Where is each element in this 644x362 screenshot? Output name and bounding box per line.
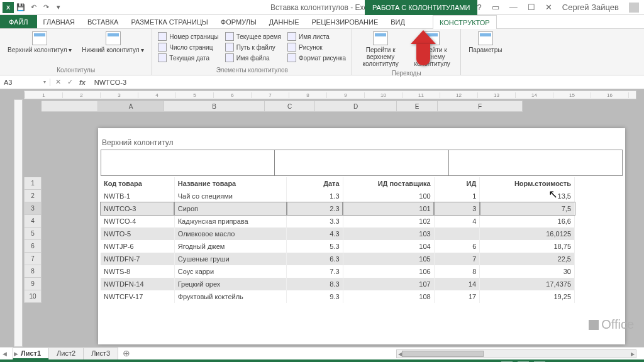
current-date-button[interactable]: Текущая дата bbox=[156, 53, 220, 63]
close-icon[interactable]: ✕ bbox=[543, 3, 555, 12]
format-picture-button[interactable]: Формат рисунка bbox=[286, 53, 348, 63]
worksheet-area: 1234567891011121314151617181920 ABCDEF 1… bbox=[0, 89, 644, 347]
tab-insert[interactable]: ВСТАВКА bbox=[81, 15, 125, 28]
column-header-C[interactable]: C bbox=[265, 101, 315, 112]
file-icon bbox=[225, 53, 234, 62]
statusbar: ГОТОВО СТРАНИЦА: 1 ИЗ 7 − + 140% bbox=[0, 359, 644, 362]
column-header-F[interactable]: F bbox=[438, 101, 523, 112]
footer-dropdown-button[interactable]: Нижний колонтитул ▾ bbox=[78, 30, 148, 55]
current-time-button[interactable]: Текущее время bbox=[223, 31, 283, 41]
page-layout-view: Верхний колонтитул Код товараНазвание то… bbox=[98, 128, 625, 344]
formula-controls: ✕ ✓ fx bbox=[50, 78, 91, 86]
ribbon-tabs: ФАЙЛ ГЛАВНАЯ ВСТАВКА РАЗМЕТКА СТРАНИЦЫ Ф… bbox=[0, 15, 644, 29]
qat-customize-icon[interactable]: ▾ bbox=[53, 2, 64, 13]
row-header[interactable]: 9 bbox=[24, 278, 42, 290]
tab-formulas[interactable]: ФОРМУЛЫ bbox=[214, 15, 263, 28]
row-headers: 12345678910 bbox=[24, 177, 42, 303]
name-box[interactable]: A3▾ bbox=[0, 79, 50, 86]
row-header[interactable]: 4 bbox=[24, 215, 42, 228]
table-row[interactable]: NWTB-1Чай со специями1.3100113,5 bbox=[101, 190, 575, 202]
column-header-D[interactable]: D bbox=[315, 101, 397, 112]
row-header[interactable]: 6 bbox=[24, 240, 42, 253]
tab-design[interactable]: КОНСТРУКТОР bbox=[433, 15, 497, 29]
header-right-box[interactable] bbox=[449, 150, 623, 176]
row-header[interactable]: 7 bbox=[24, 253, 42, 265]
path-icon bbox=[225, 43, 234, 52]
file-path-button[interactable]: Путь к файлу bbox=[223, 42, 283, 52]
cancel-icon[interactable]: ✕ bbox=[55, 78, 61, 86]
column-headers: ABCDEF bbox=[42, 101, 523, 112]
minimize-icon[interactable]: — bbox=[507, 3, 520, 12]
picture-icon bbox=[287, 43, 296, 52]
header-center-box[interactable] bbox=[275, 150, 448, 176]
time-icon bbox=[225, 32, 234, 41]
table-row[interactable]: NWTDFN-7Сушеные груши6.3105722,5 bbox=[101, 253, 575, 265]
horizontal-scrollbar[interactable]: ◀ ▶ bbox=[396, 349, 636, 358]
table-row[interactable]: NWTO-5Оливковое масло4.310316,0125 bbox=[101, 228, 575, 240]
sheet-tab[interactable]: Лист2 bbox=[48, 348, 84, 359]
goto-header-button[interactable]: Перейти к верхнему колонтитулу bbox=[356, 30, 405, 69]
tab-data[interactable]: ДАННЫЕ bbox=[263, 15, 306, 28]
table-row[interactable]: NWTCFV-17Фруктовый коктейль9.31081719,25 bbox=[101, 290, 575, 303]
ribbon-group-header-elements: Номер страницы Число страниц Текущая дат… bbox=[152, 29, 352, 75]
table-row[interactable]: NWTJP-6Ягодный джем5.3104618,75 bbox=[101, 240, 575, 253]
save-icon[interactable]: 💾 bbox=[15, 2, 26, 13]
row-header[interactable]: 1 bbox=[24, 177, 42, 190]
row-header[interactable]: 2 bbox=[24, 190, 42, 202]
formula-input[interactable]: NWTCO-3 bbox=[91, 79, 644, 86]
tab-home[interactable]: ГЛАВНАЯ bbox=[37, 15, 81, 28]
sheet-name-button[interactable]: Имя листа bbox=[286, 31, 348, 41]
fx-icon[interactable]: fx bbox=[79, 79, 86, 86]
sheet-nav-arrows[interactable]: ◀ ▶ bbox=[3, 351, 21, 357]
maximize-icon[interactable]: ☐ bbox=[525, 3, 538, 12]
table-row[interactable]: NWTDFN-14Грецкий орех8.31071417,4375 bbox=[101, 278, 575, 290]
column-header-B[interactable]: B bbox=[164, 101, 265, 112]
header-section-label: Верхний колонтитул bbox=[102, 138, 173, 147]
column-header-E[interactable]: E bbox=[397, 101, 438, 112]
office-watermark: Office bbox=[589, 317, 634, 332]
redo-icon[interactable]: ↷ bbox=[40, 2, 52, 13]
vertical-ruler bbox=[14, 99, 23, 347]
user-avatar[interactable] bbox=[629, 3, 639, 13]
format-picture-icon bbox=[287, 53, 296, 62]
undo-icon[interactable]: ↶ bbox=[28, 2, 39, 13]
tab-review[interactable]: РЕЦЕНЗИРОВАНИЕ bbox=[305, 15, 384, 28]
table-row[interactable]: NWTCO-3Сироп2.310137,5 bbox=[101, 202, 575, 215]
sheet-icon bbox=[287, 32, 296, 41]
ribbon-display-icon[interactable]: ▭ bbox=[489, 3, 502, 12]
add-sheet-button[interactable]: ⊕ bbox=[118, 349, 135, 358]
header-left-box[interactable] bbox=[101, 150, 275, 176]
date-icon bbox=[158, 53, 167, 62]
column-header-A[interactable]: A bbox=[98, 101, 164, 112]
window-controls: ? ▭ — ☐ ✕ Сергей Зайцев bbox=[475, 3, 644, 13]
table-row[interactable]: NWTS-8Соус карри7.3106830 bbox=[101, 265, 575, 278]
page-number-button[interactable]: Номер страницы bbox=[156, 31, 220, 41]
table-row[interactable]: NWTCO-4Каджунская приправа3.3102416,6 bbox=[101, 215, 575, 228]
excel-icon[interactable]: X bbox=[3, 2, 14, 13]
tab-file[interactable]: ФАЙЛ bbox=[0, 15, 37, 28]
file-name-button[interactable]: Имя файла bbox=[223, 53, 283, 63]
ribbon: Верхний колонтитул ▾ Нижний колонтитул ▾… bbox=[0, 29, 644, 75]
row-header[interactable]: 5 bbox=[24, 228, 42, 240]
header-dropdown-button[interactable]: Верхний колонтитул ▾ bbox=[4, 30, 75, 55]
row-header[interactable]: 10 bbox=[24, 290, 42, 303]
enter-icon[interactable]: ✓ bbox=[67, 78, 73, 86]
data-table[interactable]: Код товараНазвание товараДатаИД поставщи… bbox=[101, 177, 575, 303]
window-title: Вставка колонтитулов - Excel bbox=[270, 3, 374, 12]
contextual-tab-label: РАБОТА С КОЛОНТИТУЛАМИ bbox=[365, 0, 477, 15]
header-edit-boxes bbox=[101, 150, 623, 176]
options-button[interactable]: Параметры bbox=[465, 30, 506, 55]
sheet-tab[interactable]: Лист3 bbox=[83, 348, 118, 359]
username-label[interactable]: Сергей Зайцев bbox=[560, 3, 621, 12]
picture-button[interactable]: Рисунок bbox=[286, 42, 348, 52]
titlebar: X 💾 ↶ ↷ ▾ Вставка колонтитулов - Excel Р… bbox=[0, 0, 644, 15]
sheet-tabs-bar: ◀ ▶ Лист1Лист2Лист3 ⊕ ◀ ▶ bbox=[0, 347, 644, 359]
row-header[interactable]: 8 bbox=[24, 265, 42, 278]
tab-view[interactable]: ВИД bbox=[384, 15, 411, 28]
row-header[interactable]: 3 bbox=[24, 202, 42, 215]
page-number-icon bbox=[158, 32, 167, 41]
tab-page-layout[interactable]: РАЗМЕТКА СТРАНИЦЫ bbox=[125, 15, 214, 28]
page-count-button[interactable]: Число страниц bbox=[156, 42, 220, 52]
goto-footer-button[interactable]: Перейти к нижнему колонтитулу bbox=[408, 30, 457, 69]
ribbon-group-navigation: Перейти к верхнему колонтитулу Перейти к… bbox=[352, 29, 461, 75]
